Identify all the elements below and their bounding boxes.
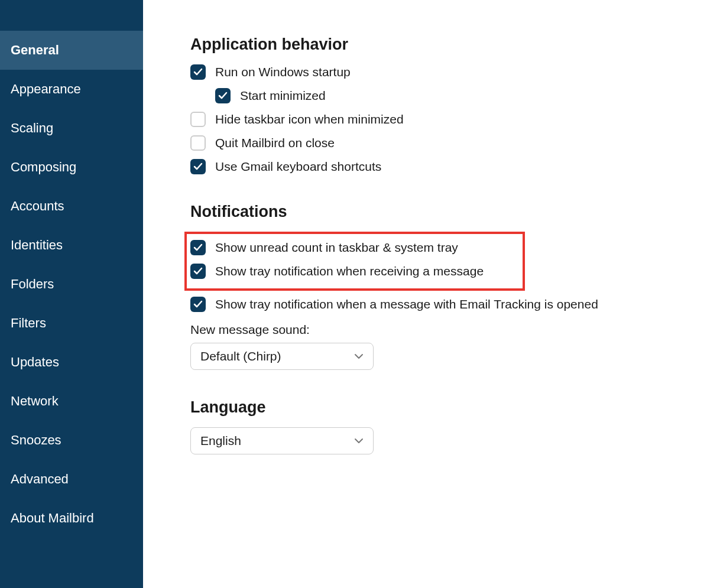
label-quit-on-close: Quit Mailbird on close <box>215 136 335 150</box>
sidebar: General Appearance Scaling Composing Acc… <box>0 0 143 588</box>
section-title-behavior: Application behavior <box>190 35 673 54</box>
sidebar-item-composing[interactable]: Composing <box>0 148 143 187</box>
sidebar-item-about[interactable]: About Mailbird <box>0 499 143 538</box>
main-content: Application behavior Run on Windows star… <box>143 0 720 588</box>
checkbox-hide-taskbar[interactable] <box>190 112 206 127</box>
label-run-on-startup: Run on Windows startup <box>215 65 351 79</box>
label-gmail-shortcuts: Use Gmail keyboard shortcuts <box>215 160 381 174</box>
label-email-tracking: Show tray notification when a message wi… <box>215 297 598 311</box>
select-message-sound[interactable]: Default (Chirp) <box>190 343 374 370</box>
option-gmail-shortcuts[interactable]: Use Gmail keyboard shortcuts <box>190 159 673 174</box>
checkmark-icon <box>193 300 203 309</box>
checkmark-icon <box>193 243 203 252</box>
checkmark-icon <box>193 67 203 77</box>
label-start-minimized: Start minimized <box>240 89 326 103</box>
sidebar-item-general[interactable]: General <box>0 31 143 70</box>
sidebar-item-updates[interactable]: Updates <box>0 343 143 382</box>
sidebar-item-accounts[interactable]: Accounts <box>0 187 143 226</box>
highlight-box: Show unread count in taskbar & system tr… <box>184 232 525 291</box>
sidebar-item-advanced[interactable]: Advanced <box>0 460 143 499</box>
sidebar-item-filters[interactable]: Filters <box>0 304 143 343</box>
label-sound: New message sound: <box>190 323 673 337</box>
option-email-tracking[interactable]: Show tray notification when a message wi… <box>190 297 673 312</box>
checkbox-tray-notification[interactable] <box>190 264 206 279</box>
option-run-on-startup[interactable]: Run on Windows startup <box>190 64 673 80</box>
option-tray-notification[interactable]: Show tray notification when receiving a … <box>190 264 519 279</box>
section-notifications: Notifications Show unread count in taskb… <box>190 203 673 370</box>
section-language: Language English <box>190 398 673 454</box>
checkbox-start-minimized[interactable] <box>215 88 231 103</box>
section-application-behavior: Application behavior Run on Windows star… <box>190 35 673 174</box>
option-start-minimized[interactable]: Start minimized <box>190 88 673 103</box>
sidebar-item-identities[interactable]: Identities <box>0 226 143 265</box>
select-value-language: English <box>200 434 241 448</box>
sidebar-item-appearance[interactable]: Appearance <box>0 70 143 109</box>
select-value-sound: Default (Chirp) <box>200 349 281 363</box>
sidebar-item-snoozes[interactable]: Snoozes <box>0 421 143 460</box>
sidebar-item-network[interactable]: Network <box>0 382 143 421</box>
option-unread-count[interactable]: Show unread count in taskbar & system tr… <box>190 240 519 255</box>
checkmark-icon <box>193 267 203 276</box>
section-title-notifications: Notifications <box>190 203 673 221</box>
checkbox-gmail-shortcuts[interactable] <box>190 159 206 174</box>
select-language[interactable]: English <box>190 427 374 454</box>
sidebar-item-scaling[interactable]: Scaling <box>0 109 143 148</box>
chevron-down-icon <box>354 438 364 444</box>
label-unread-count: Show unread count in taskbar & system tr… <box>215 241 458 255</box>
sidebar-item-folders[interactable]: Folders <box>0 265 143 304</box>
option-quit-on-close[interactable]: Quit Mailbird on close <box>190 135 673 151</box>
checkbox-run-on-startup[interactable] <box>190 64 206 80</box>
section-title-language: Language <box>190 398 673 417</box>
checkmark-icon <box>218 91 228 100</box>
checkbox-unread-count[interactable] <box>190 240 206 255</box>
checkbox-email-tracking[interactable] <box>190 297 206 312</box>
label-hide-taskbar: Hide taskbar icon when minimized <box>215 112 404 126</box>
option-hide-taskbar[interactable]: Hide taskbar icon when minimized <box>190 112 673 127</box>
checkbox-quit-on-close[interactable] <box>190 135 206 151</box>
chevron-down-icon <box>354 353 364 359</box>
checkmark-icon <box>193 162 203 171</box>
label-tray-notification: Show tray notification when receiving a … <box>215 264 484 278</box>
